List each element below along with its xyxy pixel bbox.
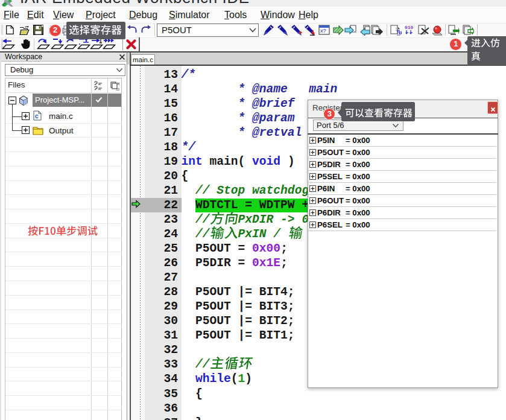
svg-text:x?: x? <box>320 28 326 34</box>
svg-text:10: 10 <box>397 33 400 36</box>
svg-text:c: c <box>35 113 39 119</box>
svg-text:010: 010 <box>405 25 414 30</box>
svg-text:10: 10 <box>116 88 119 91</box>
